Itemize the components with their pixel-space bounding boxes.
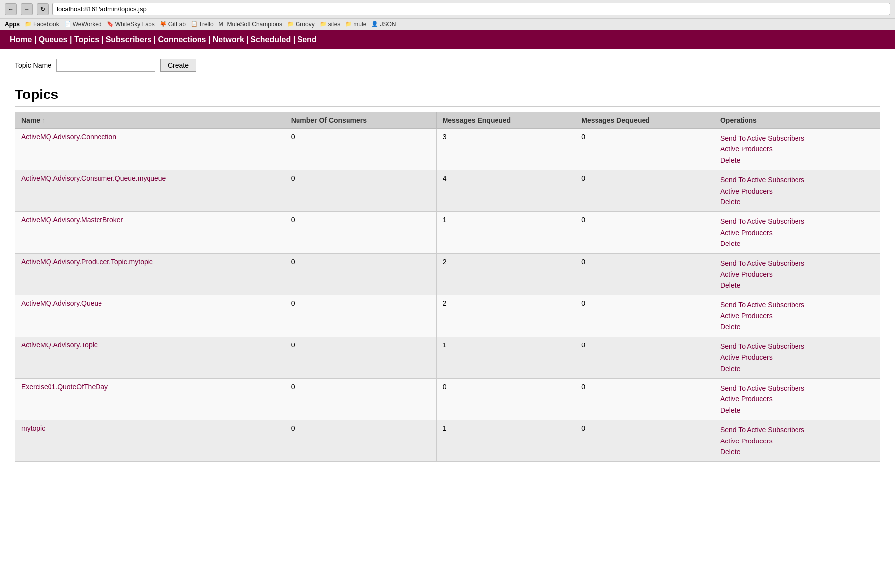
col-operations: Operations <box>714 112 880 129</box>
topic-name-link[interactable]: mytopic <box>21 424 45 432</box>
operation-link[interactable]: Send To Active Subscribers <box>720 174 874 185</box>
nav-sep: | <box>34 35 39 44</box>
nav-topics[interactable]: Topics <box>74 35 99 44</box>
bookmark-groovy[interactable]: 📁 Groovy <box>287 21 315 28</box>
trello-icon: 📋 <box>191 21 198 28</box>
nav-sep: | <box>70 35 74 44</box>
whitesky-icon: 🔖 <box>107 21 114 28</box>
operation-link[interactable]: Active Producers <box>720 352 874 363</box>
col-name[interactable]: Name ↑ <box>15 112 285 129</box>
cell-dequeued: 0 <box>575 420 714 462</box>
back-button[interactable]: ← <box>5 3 17 15</box>
doc-icon: 📄 <box>64 21 71 28</box>
cell-consumers: 0 <box>285 253 436 295</box>
operation-link[interactable]: Delete <box>720 405 874 416</box>
forward-button[interactable]: → <box>21 3 33 15</box>
operation-link[interactable]: Send To Active Subscribers <box>720 424 874 435</box>
nav-home[interactable]: Home <box>10 35 32 44</box>
table-row: ActiveMQ.Advisory.Consumer.Queue.myqueue… <box>15 170 880 212</box>
bookmark-weworked[interactable]: 📄 WeWorked <box>64 21 102 28</box>
nav-queues[interactable]: Queues <box>39 35 68 44</box>
refresh-button[interactable]: ↻ <box>37 3 49 15</box>
topic-name-label: Topic Name <box>15 61 51 69</box>
cell-enqueued: 1 <box>436 212 575 253</box>
col-consumers[interactable]: Number Of Consumers <box>285 112 436 129</box>
bookmark-label: sites <box>328 21 341 28</box>
cell-consumers: 0 <box>285 337 436 378</box>
operation-link[interactable]: Delete <box>720 238 874 249</box>
nav-send[interactable]: Send <box>298 35 317 44</box>
cell-operations: Send To Active SubscribersActive Produce… <box>714 337 880 378</box>
col-enqueued[interactable]: Messages Enqueued <box>436 112 575 129</box>
topic-name-link[interactable]: ActiveMQ.Advisory.Consumer.Queue.myqueue <box>21 174 166 182</box>
nav-connections[interactable]: Connections <box>158 35 206 44</box>
operation-link[interactable]: Delete <box>720 321 874 332</box>
operation-link[interactable]: Active Producers <box>720 393 874 404</box>
nav-sep: | <box>293 35 298 44</box>
operation-link[interactable]: Active Producers <box>720 310 874 321</box>
cell-consumers: 0 <box>285 212 436 253</box>
operation-link[interactable]: Active Producers <box>720 227 874 238</box>
cell-operations: Send To Active SubscribersActive Produce… <box>714 129 880 170</box>
topic-name-input[interactable] <box>56 59 155 72</box>
operation-link[interactable]: Active Producers <box>720 144 874 154</box>
bookmark-gitlab[interactable]: 🦊 GitLab <box>160 21 186 28</box>
nav-scheduled[interactable]: Scheduled <box>250 35 291 44</box>
operation-link[interactable]: Send To Active Subscribers <box>720 383 874 393</box>
operation-link[interactable]: Active Producers <box>720 186 874 196</box>
bookmark-whitesky[interactable]: 🔖 WhiteSky Labs <box>107 21 155 28</box>
nav-subscribers[interactable]: Subscribers <box>106 35 151 44</box>
cell-consumers: 0 <box>285 129 436 170</box>
bookmark-label: Groovy <box>296 21 315 28</box>
operation-link[interactable]: Delete <box>720 363 874 374</box>
bookmark-label: JSON <box>380 21 396 28</box>
main-content: Topic Name Create Topics Name ↑ Number O… <box>0 49 895 472</box>
create-button[interactable]: Create <box>160 59 196 72</box>
bookmark-label: Facebook <box>33 21 59 28</box>
operation-link[interactable]: Send To Active Subscribers <box>720 299 874 310</box>
operation-link[interactable]: Delete <box>720 196 874 207</box>
operation-link[interactable]: Send To Active Subscribers <box>720 133 874 144</box>
table-row: ActiveMQ.Advisory.Topic010Send To Active… <box>15 337 880 378</box>
cell-enqueued: 1 <box>436 337 575 378</box>
col-dequeued[interactable]: Messages Dequeued <box>575 112 714 129</box>
cell-dequeued: 0 <box>575 170 714 212</box>
cell-operations: Send To Active SubscribersActive Produce… <box>714 420 880 462</box>
create-form: Topic Name Create <box>15 59 880 72</box>
topic-name-link[interactable]: ActiveMQ.Advisory.Connection <box>21 133 116 141</box>
operation-link[interactable]: Send To Active Subscribers <box>720 258 874 269</box>
bookmark-mule[interactable]: 📁 mule <box>345 21 366 28</box>
folder-icon: 📁 <box>25 21 32 28</box>
url-bar[interactable] <box>52 3 890 15</box>
operation-link[interactable]: Delete <box>720 155 874 166</box>
operation-link[interactable]: Active Producers <box>720 269 874 280</box>
topic-name-link[interactable]: ActiveMQ.Advisory.Producer.Topic.mytopic <box>21 258 153 266</box>
operation-link[interactable]: Delete <box>720 446 874 457</box>
cell-dequeued: 0 <box>575 212 714 253</box>
topic-name-link[interactable]: ActiveMQ.Advisory.Queue <box>21 299 102 307</box>
operation-link[interactable]: Delete <box>720 280 874 291</box>
operation-link[interactable]: Active Producers <box>720 436 874 446</box>
browser-bar: ← → ↻ <box>0 0 895 19</box>
cell-consumers: 0 <box>285 420 436 462</box>
topic-name-link[interactable]: ActiveMQ.Advisory.MasterBroker <box>21 216 123 224</box>
cell-enqueued: 4 <box>436 170 575 212</box>
operation-link[interactable]: Send To Active Subscribers <box>720 341 874 352</box>
bookmark-mulesoft[interactable]: M MuleSoft Champions <box>219 21 282 28</box>
nav-network[interactable]: Network <box>213 35 244 44</box>
topic-name-link[interactable]: Exercise01.QuoteOfTheDay <box>21 383 108 391</box>
operation-link[interactable]: Send To Active Subscribers <box>720 216 874 227</box>
bookmark-label: GitLab <box>168 21 186 28</box>
bookmark-json[interactable]: 👤 JSON <box>371 21 396 28</box>
bookmark-sites[interactable]: 📁 sites <box>320 21 341 28</box>
bookmark-trello[interactable]: 📋 Trello <box>191 21 214 28</box>
cell-enqueued: 2 <box>436 253 575 295</box>
sort-icon: ↑ <box>42 117 45 124</box>
table-header-row: Name ↑ Number Of Consumers Messages Enqu… <box>15 112 880 129</box>
bookmark-facebook[interactable]: 📁 Facebook <box>25 21 59 28</box>
cell-consumers: 0 <box>285 170 436 212</box>
bookmark-label: mule <box>353 21 366 28</box>
cell-operations: Send To Active SubscribersActive Produce… <box>714 212 880 253</box>
cell-enqueued: 2 <box>436 295 575 337</box>
topic-name-link[interactable]: ActiveMQ.Advisory.Topic <box>21 341 98 349</box>
